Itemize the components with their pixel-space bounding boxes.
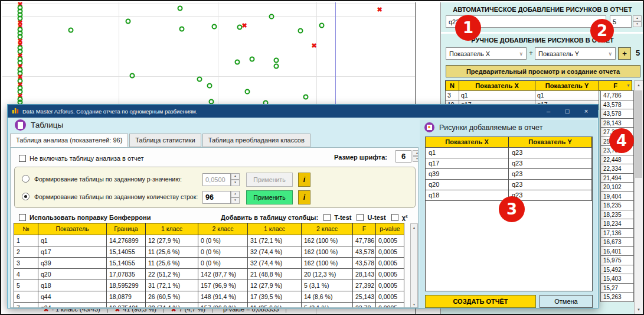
f-value-cell[interactable]: 28,143 <box>600 118 634 128</box>
f-value-cell[interactable]: 43,578 <box>600 109 634 119</box>
dialog-titlebar[interactable]: Data Master Azforus. Создание отчета по … <box>8 105 598 118</box>
table-row[interactable]: 2 q17 15,14055 11 (25,6 %) 0 (0 %) 32 (7… <box>14 246 404 258</box>
t-test-checkbox[interactable]: T-test <box>323 214 351 221</box>
f-values-column: 47,786 43,578 43,578 28,143 27,392 25,14… <box>600 91 634 302</box>
cell-num: 5 <box>14 280 38 291</box>
cell-class2b: 5 (3,1 %) <box>301 302 353 308</box>
f-value-cell[interactable]: 15,492 <box>600 265 634 275</box>
checkbox-box[interactable] <box>323 214 331 221</box>
legend-segment: ✖- 1 класс (43/43) <box>37 309 108 313</box>
f-value-cell[interactable]: 18,235 <box>600 210 634 220</box>
add-pair-button[interactable]: + <box>618 47 631 60</box>
preview-report-button[interactable]: Предварительный просмотр и создание отче… <box>446 65 640 77</box>
panel-scrollbar[interactable]: ▲ ▼ <box>634 80 643 314</box>
row-count-input[interactable] <box>202 191 231 204</box>
f-value-cell[interactable]: 19,404 <box>600 191 634 202</box>
f-value-cell[interactable]: 18,235 <box>600 200 634 210</box>
bonferroni-checkbox[interactable]: Использовать поправку Бонферрони <box>19 214 151 221</box>
indicator-x-select[interactable]: Показатель X ∨ <box>446 47 527 60</box>
f-value-cell[interactable]: 17,136 <box>600 228 634 238</box>
spin-down-button[interactable]: ▼ <box>231 180 240 186</box>
f-value-cell[interactable]: 15,975 <box>600 255 634 265</box>
cell-class2b: 5 (3,1 %) <box>301 280 353 291</box>
table-row[interactable]: 1 q1 14,276899 12 (27,9 %) 0 (0 %) 31 (7… <box>14 235 404 246</box>
f-value-cell[interactable]: 20,102 <box>600 182 634 192</box>
u-test-checkbox[interactable]: U-test <box>357 214 385 221</box>
tab-class-prevalence[interactable]: Таблица преобладания классов <box>202 134 310 147</box>
spin-down-button[interactable]: ▼ <box>231 197 240 204</box>
scroll-down-icon[interactable]: ▼ <box>635 306 643 314</box>
scrollbar-thumb[interactable] <box>635 90 642 178</box>
info-p-value-button[interactable]: i <box>298 173 310 187</box>
f-value-cell[interactable]: 16,673 <box>600 237 634 247</box>
f-value-cell[interactable]: 15,27 <box>600 283 634 293</box>
f-value-cell[interactable]: 43,578 <box>600 100 634 110</box>
legend-text: 41 (95,3 %) <box>123 309 156 313</box>
spin-up-button[interactable]: ▲ <box>231 191 240 197</box>
table-row[interactable]: 6 q44 18,0879 26 (60,5 %) 148 (91,4 %) 1… <box>14 291 404 303</box>
chi-square-checkbox[interactable]: χ² <box>391 214 408 221</box>
f-value-cell[interactable]: 22,334 <box>600 164 634 174</box>
figure-row[interactable]: q39 q23 <box>426 169 592 180</box>
f-value-cell[interactable]: 21,494 <box>600 173 634 183</box>
font-size-input[interactable] <box>395 150 411 163</box>
p-value-input[interactable] <box>202 173 231 186</box>
threshold-line <box>335 2 336 104</box>
f-value-cell[interactable]: 22,448 <box>600 155 634 165</box>
tab-analysis[interactable]: Таблица анализа (показателей: 96) <box>10 134 128 147</box>
column-header-x: Показатель X <box>459 80 535 91</box>
spin-up-button[interactable]: ▲ <box>633 15 642 21</box>
info-row-count-button[interactable]: i <box>298 190 310 204</box>
sort-desc-icon[interactable]: ▼ <box>626 83 630 87</box>
f-value-cell[interactable]: 15,403 <box>600 274 634 284</box>
f-value-cell[interactable]: 18,234 <box>600 219 634 229</box>
exclude-table-checkbox[interactable]: Не включать таблицу анализа в отчет <box>19 152 143 163</box>
figure-row[interactable]: q17 q23 <box>426 158 592 169</box>
spin-up-button[interactable]: ▲ <box>413 150 419 156</box>
figure-row[interactable]: q20 q23 <box>426 180 592 190</box>
checkbox-box[interactable] <box>19 155 26 162</box>
column-header-f[interactable]: F ▼ <box>599 80 632 91</box>
cell-indicator: q24 <box>38 302 107 308</box>
checkbox-box[interactable] <box>357 214 364 221</box>
f-value-cell[interactable]: 16,401 <box>600 246 634 256</box>
table-scrollbar[interactable]: ▲ ▼ <box>410 223 418 308</box>
f-value-cell[interactable]: 47,786 <box>600 90 634 100</box>
row-count-radio[interactable] <box>22 193 30 200</box>
table-forming-group: Формирование таблицы по заданному p-знач… <box>14 167 416 208</box>
create-report-button[interactable]: СОЗДАТЬ ОТЧЁТ <box>425 295 536 308</box>
spin-up-button[interactable]: ▲ <box>231 173 240 180</box>
scroll-up-icon[interactable]: ▲ <box>411 224 417 231</box>
apply-row-count-button[interactable]: Применить <box>246 190 293 204</box>
column-header: № <box>14 223 38 235</box>
f-value-cell[interactable]: 15,263 <box>600 292 634 302</box>
spin-down-button[interactable]: ▼ <box>633 21 642 27</box>
table-row[interactable]: 3 q39 15,14055 11 (25,6 %) 0 (0 %) 32 (7… <box>14 258 404 269</box>
cell-class2: 0 (0 %) <box>198 257 248 269</box>
apply-p-value-button[interactable]: Применить <box>246 173 293 187</box>
table-row[interactable]: 4 q20 17,07835 22 (51,2 %) 142 (87,7 %) … <box>14 269 404 280</box>
section-title: Таблицы <box>31 121 63 129</box>
close-button[interactable]: × <box>577 108 596 115</box>
table-row[interactable]: 3 q1 q1 <box>446 91 599 100</box>
cell-class2: 148 (91,4 %) <box>198 291 248 303</box>
tab-statistics[interactable]: Таблица статистики <box>129 134 201 147</box>
p-value-radio[interactable] <box>22 175 30 183</box>
checkbox-box[interactable] <box>391 214 398 221</box>
spin-down-button[interactable]: ▼ <box>413 156 419 162</box>
cell-p-value: 0,0005 <box>375 291 404 303</box>
checkbox-box[interactable] <box>19 214 26 221</box>
cancel-button[interactable]: Отмена <box>540 295 593 308</box>
minimize-button[interactable]: – <box>539 108 558 115</box>
maximize-button[interactable]: □ <box>558 108 577 115</box>
annotation-circle-3: 3 <box>499 196 525 222</box>
cell-indicator-y: q23 <box>508 147 592 158</box>
figure-row[interactable]: q1 q23 <box>426 148 592 158</box>
table-row[interactable]: 7 q24 16,075401 32 (74,4 %) 157 (96,9 %)… <box>14 303 404 308</box>
cell-boundary: 17,07835 <box>106 268 146 280</box>
indicator-y-select[interactable]: Показатель Y ∨ <box>535 47 616 60</box>
scroll-down-icon[interactable]: ▼ <box>411 301 417 308</box>
scroll-up-icon[interactable]: ▲ <box>635 81 643 89</box>
table-row[interactable]: 5 q18 18,595299 31 (72,1 %) 157 (96,9 %)… <box>14 280 404 291</box>
tables-icon <box>15 119 26 131</box>
